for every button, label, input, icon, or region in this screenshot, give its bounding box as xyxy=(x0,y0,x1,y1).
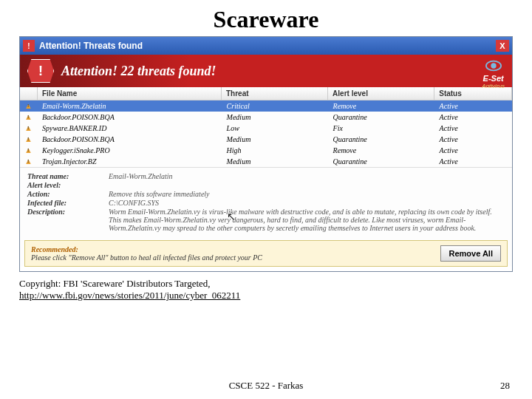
slide-title: Scareware xyxy=(0,0,532,36)
cell-alert: Quarantine xyxy=(329,112,435,122)
warning-icon xyxy=(24,125,33,132)
table-row[interactable]: Backdoor.POISON.BQAMediumQuarantineActiv… xyxy=(20,134,512,145)
detail-desc: Worm Email-Worm.Zhelatin.vy is virus-lik… xyxy=(109,208,505,232)
threat-details: Threat name:Email-Worm.Zhelatin Alert le… xyxy=(20,167,512,237)
detail-label-alert: Alert level: xyxy=(27,181,109,189)
alert-banner: Attention! 22 threats found! E-Set Antiv… xyxy=(20,55,512,87)
recommended-title: Recommended: xyxy=(31,245,440,253)
header-alert[interactable]: Alert level xyxy=(328,87,434,100)
cell-status: Active xyxy=(435,157,512,166)
warning-icon xyxy=(24,114,33,121)
header-filename[interactable]: File Name xyxy=(38,87,222,100)
cell-threat: Medium xyxy=(222,134,329,144)
close-icon[interactable]: X xyxy=(496,40,509,52)
titlebar: ! Attention! Threats found X xyxy=(20,37,512,55)
cell-threat: Critical xyxy=(222,101,329,111)
cell-filename: Backdoor.POISON.BQA xyxy=(38,112,222,122)
header-threat[interactable]: Threat xyxy=(222,87,328,100)
banner-text: Attention! 22 threats found! xyxy=(61,64,216,79)
remove-all-button[interactable]: Remove All xyxy=(440,245,501,262)
brand-eye-icon xyxy=(485,58,502,74)
cell-status: Active xyxy=(435,101,512,111)
detail-label-desc: Description: xyxy=(27,208,109,232)
copyright-block: Copyright: FBI 'Scareware' Distributors … xyxy=(19,278,513,301)
cell-threat: Medium xyxy=(222,112,329,122)
cell-filename: Trojan.Injector.BZ xyxy=(38,157,222,166)
table-row[interactable]: Backdoor.POISON.BQAMediumQuarantineActiv… xyxy=(20,112,512,123)
cell-filename: Backdoor.POISON.BQA xyxy=(38,134,222,144)
detail-label-file: Infected file: xyxy=(27,199,109,207)
table-body: Email-Worm.ZhelatinCriticalRemoveActiveB… xyxy=(20,100,512,167)
page-number: 28 xyxy=(500,380,510,392)
cell-status: Active xyxy=(435,146,512,155)
brand-logo-block: E-Set Antivirus xyxy=(482,58,505,89)
detail-name: Email-Worm.Zhelatin xyxy=(109,172,505,180)
titlebar-icon: ! xyxy=(23,40,35,52)
cell-threat: Low xyxy=(222,123,329,133)
cell-alert: Quarantine xyxy=(329,134,435,144)
cell-threat: High xyxy=(222,146,329,155)
cell-alert: Remove xyxy=(329,146,435,155)
cell-status: Active xyxy=(435,123,512,133)
detail-label-action: Action: xyxy=(27,190,109,198)
cell-alert: Remove xyxy=(329,101,435,111)
table-row[interactable]: Keylogger.iSnake.PROHighRemoveActive xyxy=(20,145,512,156)
warning-icon xyxy=(24,158,33,166)
detail-alert xyxy=(109,181,505,189)
warning-icon xyxy=(24,103,33,110)
cell-alert: Quarantine xyxy=(329,157,435,166)
table-row[interactable]: Email-Worm.ZhelatinCriticalRemoveActive xyxy=(20,100,512,112)
svg-point-1 xyxy=(491,63,496,68)
copyright-link[interactable]: http://www.fbi.gov/news/stories/2011/jun… xyxy=(19,290,240,301)
course-label: CSCE 522 - Farkas xyxy=(0,380,532,392)
recommended-desc: Please click "Remove All" button to heal… xyxy=(31,253,440,262)
detail-file: C:\CONFIG.SYS xyxy=(109,199,505,207)
detail-action: Remove this software immediately xyxy=(109,190,505,198)
cell-filename: Spyware.BANKER.ID xyxy=(38,123,222,133)
warning-icon xyxy=(24,147,33,154)
brand-subtitle: Antivirus xyxy=(482,83,505,89)
brand-name: E-Set xyxy=(482,74,505,83)
table-row[interactable]: Spyware.BANKER.IDLowFixActive xyxy=(20,123,512,134)
warning-icon xyxy=(24,136,33,143)
recommended-bar: Recommended: Please click "Remove All" b… xyxy=(24,240,508,267)
content-area: File Name Threat Alert level Status Emai… xyxy=(20,87,512,267)
danger-icon xyxy=(27,59,54,83)
cell-filename: Email-Worm.Zhelatin xyxy=(38,101,222,111)
scareware-window: ! Attention! Threats found X Attention! … xyxy=(19,36,513,272)
cell-status: Active xyxy=(435,134,512,144)
titlebar-text: Attention! Threats found xyxy=(39,41,143,51)
cell-status: Active xyxy=(435,112,512,122)
cell-filename: Keylogger.iSnake.PRO xyxy=(38,146,222,155)
cell-threat: Medium xyxy=(222,157,329,166)
table-row[interactable]: Trojan.Injector.BZMediumQuarantineActive xyxy=(20,156,512,167)
cell-alert: Fix xyxy=(329,123,435,133)
detail-label-name: Threat name: xyxy=(27,172,109,180)
table-header: File Name Threat Alert level Status xyxy=(20,87,512,100)
copyright-text: Copyright: FBI 'Scareware' Distributors … xyxy=(19,278,211,289)
slide-footer: CSCE 522 - Farkas 28 xyxy=(0,380,532,392)
